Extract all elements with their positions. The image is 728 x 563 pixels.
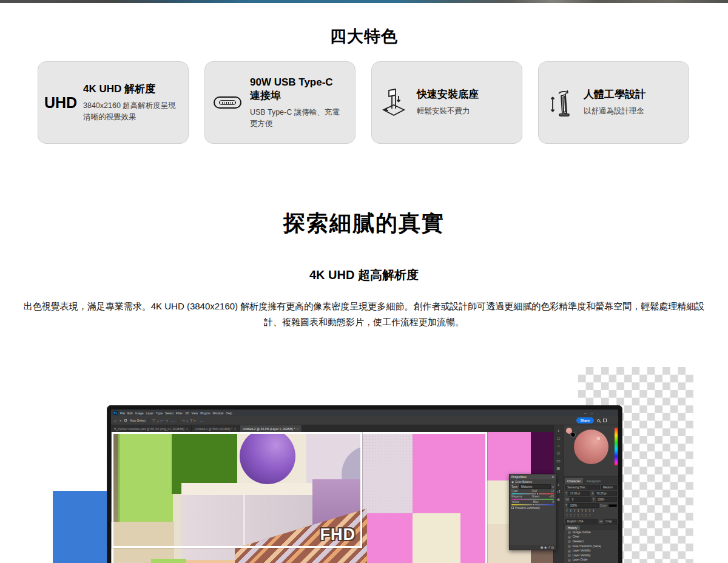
antialias-field: Crisp xyxy=(604,519,617,524)
preserve-luminosity-checkbox xyxy=(511,507,514,509)
tool-icon: □ xyxy=(557,436,559,440)
color-balance-slider-yellow-blue: YellowBlue0 xyxy=(510,500,556,505)
aa-glyph: aa xyxy=(599,520,602,523)
features-section-title: 四大特色 xyxy=(0,25,728,47)
adjustment-icon: ◉ xyxy=(511,480,514,484)
home-icon: ⌂ xyxy=(114,419,116,422)
ps-canvas-artwork: FHD xyxy=(111,432,553,563)
color-label: Color: xyxy=(600,504,607,507)
history-entry: ▤Nudge Outline xyxy=(564,530,618,535)
search-icon xyxy=(597,419,600,422)
menu-item: View xyxy=(191,411,198,415)
history-state-icon: ▤ xyxy=(568,535,571,539)
document-tab: H_Perfect interface.psd @ 66.7% (img_01,… xyxy=(111,425,192,432)
tool-icon: ⊞ xyxy=(557,467,561,471)
uhd-text-icon: UHD xyxy=(38,94,83,112)
card-body: USB Type-C 讓傳輸、充電更方便 xyxy=(250,107,346,130)
history-state-icon: ▤ xyxy=(568,530,571,534)
slider-thumb xyxy=(536,493,539,495)
leading-field: 30.23 pt xyxy=(595,491,617,496)
history-title: History xyxy=(565,525,580,530)
color-wheel-panel xyxy=(564,425,618,476)
background-color-swatch xyxy=(570,432,576,437)
menu-item: Help xyxy=(226,411,232,415)
slider-thumb xyxy=(532,504,534,506)
card-title: 人體工學設計 xyxy=(584,88,680,101)
close-icon: × xyxy=(186,427,188,431)
font-style-field: Medium xyxy=(601,485,617,490)
ps-document-tabs: H_Perfect interface.psd @ 66.7% (img_01,… xyxy=(111,425,553,432)
panel-icon: ⊕ xyxy=(557,497,561,502)
panel-icon: ♪ xyxy=(558,482,560,487)
history-entry: ▤Layer Visibility xyxy=(564,548,618,553)
properties-title: Properties xyxy=(511,475,527,479)
history-entry: ▤Clear xyxy=(564,534,618,539)
menu-item: Layer xyxy=(146,411,154,415)
card-title: 90W USB Type-C 連接埠 xyxy=(250,76,346,103)
auto-select-label: Auto Select xyxy=(130,419,146,422)
menu-item: File xyxy=(120,411,125,415)
hscale-field: 100% xyxy=(568,503,599,508)
auto-select-checkbox xyxy=(124,419,127,422)
history-entry: ▤Free Transform (Save) xyxy=(564,544,618,548)
share-button: Share xyxy=(576,417,594,423)
type-style-icons-2: T T T T T T T xyxy=(564,513,618,518)
history-panel: History ▤Nudge Outline ▤Clear ▤Deselect … xyxy=(564,524,618,563)
ps-options-bar: ⌂ + Auto Select ⊤ ⊥ ⊢ ⊣ ⋯ ⊣ ⊥ ⊤ ⊢ ⋯ Shar… xyxy=(111,416,618,425)
close-icon: × xyxy=(234,427,236,431)
fhd-comparison-outline: FHD xyxy=(112,432,362,548)
document-tab-active: Untitled-2 @ 33.3% (Layer 1, RGB/8) *× xyxy=(240,425,302,432)
hue-strip xyxy=(615,428,618,465)
card-body: 3840x2160 超高解析度呈現清晰的視覺效果 xyxy=(83,100,180,123)
ps-right-panels: Character Paragraph Samsung Shar... Medi… xyxy=(563,425,618,563)
tone-label: Tone: xyxy=(511,485,518,488)
card-title: 4K UHD 解析度 xyxy=(83,83,180,96)
history-state-icon: ▤ xyxy=(568,539,571,543)
font-family-field: Samsung Shar... xyxy=(565,485,600,490)
tool-icon: + xyxy=(557,429,559,433)
history-state-icon: ▤ xyxy=(568,544,571,548)
detail-paragraph: 出色視覺表現，滿足專業需求。4K UHD (3840x2160) 解析度擁有更高… xyxy=(22,298,706,329)
tool-icon: ▭ xyxy=(556,459,561,464)
preserve-luminosity-label: Preserve Luminosity xyxy=(515,507,540,510)
type-style-icons: T T T T T T T T xyxy=(564,508,618,513)
product-visual-composition: Ps File Edit Image Layer Type Select Fil… xyxy=(0,340,728,563)
quick-stand-icon xyxy=(372,89,417,116)
panel-icon: ↺ xyxy=(557,490,561,494)
feature-card-ergonomic: 人體工學設計 以舒適為設計理念 xyxy=(538,61,689,144)
document-tab: Untitled-1 @ 50% (RGB/8) *× xyxy=(192,425,240,432)
more-options-icon: ⋯ xyxy=(171,419,175,423)
card-body: 輕鬆安裝不費力 xyxy=(417,106,513,117)
window-controls: — ▭ ⌄ xyxy=(584,411,616,415)
product-page: 四大特色 UHD 4K UHD 解析度 3840x2160 超高解析度呈現清晰的… xyxy=(0,0,728,563)
feature-cards-row: UHD 4K UHD 解析度 3840x2160 超高解析度呈現清晰的視覺效果 … xyxy=(38,61,690,144)
history-state-icon: ▤ xyxy=(568,549,571,553)
menu-item: Plugins xyxy=(200,411,210,415)
history-entry: ▤Layer Visibility xyxy=(564,553,618,558)
ergonomic-design-icon xyxy=(539,89,584,116)
menu-item: Filter xyxy=(176,411,183,415)
tab-paragraph: Paragraph xyxy=(584,478,603,484)
close-icon: × xyxy=(297,427,298,431)
properties-footer-icons: ▣ ◉ ↺ ▤ xyxy=(510,545,556,550)
detail-subheading: 4K UHD 超高解析度 xyxy=(0,267,728,283)
language-field: English: USA xyxy=(565,519,598,524)
color-wheel xyxy=(574,430,608,464)
adjustment-name: Color Balance xyxy=(515,480,532,484)
tone-select: Midtones xyxy=(519,484,551,489)
tool-icon: ◇ xyxy=(557,451,560,456)
distribute-icons: ⊣ ⊥ ⊤ ⊢ xyxy=(181,419,197,423)
menu-item: Type xyxy=(156,411,163,415)
feature-card-usbc: 90W USB Type-C 連接埠 USB Type-C 讓傳輸、充電更方便 xyxy=(204,61,356,144)
detail-section-heading: 探索細膩的真實 xyxy=(0,209,728,238)
history-state-icon: ▤ xyxy=(568,558,571,562)
photoshop-screen: Ps File Edit Image Layer Type Select Fil… xyxy=(111,410,618,563)
history-state-icon: ▤ xyxy=(568,553,571,557)
menu-item: Select xyxy=(165,411,174,415)
tool-icon: ○ xyxy=(557,443,559,448)
fhd-label: FHD xyxy=(320,525,356,544)
ps-menu-bar: Ps File Edit Image Layer Type Select Fil… xyxy=(111,410,618,416)
panel-menu-icon: ≡ xyxy=(552,475,554,479)
card-body: 以舒適為設計理念 xyxy=(584,106,680,117)
color-wheel-marker xyxy=(597,437,600,440)
